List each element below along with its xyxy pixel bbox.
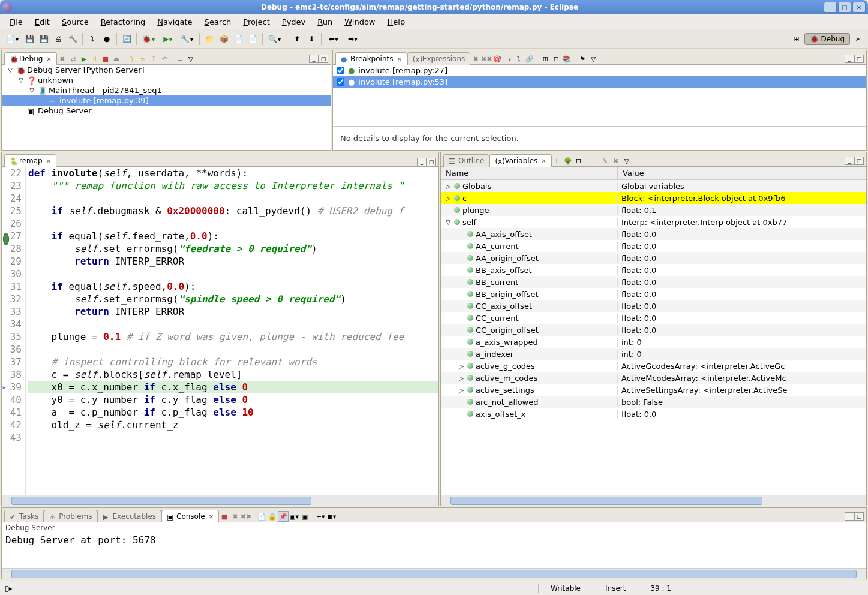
run-button[interactable]: ▶▾: [159, 32, 177, 46]
new-class-button[interactable]: 📄: [246, 32, 259, 46]
search-button[interactable]: 🔍▾: [266, 32, 284, 46]
menu-search[interactable]: Search: [200, 16, 236, 28]
connect-button[interactable]: ⇄: [68, 53, 79, 64]
close-icon[interactable]: ✕: [209, 513, 214, 520]
close-icon[interactable]: ✕: [46, 56, 51, 62]
var-row[interactable]: ▽selfInterp: <interpreter.Interp object …: [441, 216, 866, 228]
breakpoint-row[interactable]: ●involute [remap.py:53]: [333, 76, 866, 88]
step-into-button[interactable]: ⤵: [127, 53, 137, 64]
var-row[interactable]: BB_currentfloat: 0.0: [441, 276, 866, 288]
menu-window[interactable]: Window: [340, 16, 380, 28]
var-row[interactable]: CC_currentfloat: 0.0: [441, 312, 866, 324]
close-icon[interactable]: ✕: [397, 56, 401, 62]
new-button[interactable]: 📄▾: [4, 32, 22, 46]
var-row[interactable]: AA_origin_offsetfloat: 0.0: [441, 252, 866, 264]
var-row[interactable]: BB_origin_offsetfloat: 0.0: [441, 288, 866, 300]
menu-refactoring[interactable]: Refactoring: [96, 16, 151, 28]
tab-expressions[interactable]: (x) Expressions: [407, 52, 470, 65]
tab-console[interactable]: ▣ Console ✕: [161, 510, 219, 522]
more-perspective-button[interactable]: »: [851, 32, 864, 46]
var-row[interactable]: axis_offset_xfloat: 0.0: [441, 408, 866, 420]
debug-tree-row[interactable]: ▣Debug Server: [2, 106, 331, 116]
minimize-view-button[interactable]: _: [845, 55, 854, 63]
bp-menu-button[interactable]: ▽: [588, 53, 599, 64]
tab-problems[interactable]: ⚠ Problems: [44, 510, 97, 522]
menu-pydev[interactable]: Pydev: [277, 16, 310, 28]
var-row[interactable]: ▷GlobalsGlobal variables: [441, 180, 866, 192]
var-row[interactable]: CC_axis_offsetfloat: 0.0: [441, 300, 866, 312]
show-logical-button[interactable]: 🌳: [563, 155, 573, 166]
remove-terminated-button[interactable]: ✖: [57, 53, 68, 64]
resume-button[interactable]: ▶: [79, 53, 89, 64]
fwd-button[interactable]: ➡▾: [344, 32, 362, 46]
var-row[interactable]: ▷active_settingsActiveSettingsArray: <in…: [441, 384, 866, 396]
close-icon[interactable]: ✕: [46, 158, 51, 164]
new-folder-button[interactable]: 📁: [203, 32, 216, 46]
bp-checkbox[interactable]: [337, 78, 344, 86]
debug-menu-button[interactable]: ▽: [185, 53, 196, 64]
debug-tree[interactable]: ▽🐞Debug Server [Python Server]▽❓unknown▽…: [2, 65, 331, 150]
save-button[interactable]: 💾: [23, 32, 36, 46]
var-row[interactable]: AA_currentfloat: 0.0: [441, 240, 866, 252]
editor-hscrollbar[interactable]: [2, 495, 438, 506]
var-row[interactable]: a_axis_wrappedint: 0: [441, 336, 866, 348]
code-editor[interactable]: 222324252627282930313233343536373839➤404…: [2, 167, 438, 495]
scroll-lock-button[interactable]: 🔒: [267, 511, 278, 522]
build-button[interactable]: 🔨: [66, 32, 79, 46]
close-button[interactable]: ✕: [852, 2, 866, 13]
pin-console-button[interactable]: 📌: [278, 511, 289, 522]
vars-menu-button[interactable]: ▽: [621, 155, 632, 166]
var-row[interactable]: ▷active_g_codesActiveGcodesArray: <inter…: [441, 360, 866, 372]
menu-source[interactable]: Source: [57, 16, 94, 28]
collapse-all-button[interactable]: ⊟: [551, 53, 561, 64]
edit-var-button[interactable]: ✎: [600, 155, 611, 166]
menu-edit[interactable]: Edit: [30, 16, 55, 28]
debug-tree-row[interactable]: ▽🧵MainThread - pid27841_seq1: [2, 85, 331, 95]
bp-workingset-button[interactable]: ⚑: [577, 53, 588, 64]
save-all-button[interactable]: 💾: [37, 32, 50, 46]
toggle-bp-button[interactable]: ●: [100, 32, 113, 46]
var-row[interactable]: ▷cBlock: <interpreter.Block object at 0x…: [441, 192, 866, 204]
clear-console-button[interactable]: 📄: [256, 511, 267, 522]
var-row[interactable]: plungefloat: 0.1: [441, 204, 866, 216]
terminate-console-button[interactable]: ■: [219, 511, 230, 522]
tab-breakpoints[interactable]: ● Breakpoints ✕: [335, 52, 407, 65]
vars-hscrollbar[interactable]: [441, 495, 866, 506]
tab-editor-remap[interactable]: 🐍 remap ✕: [4, 154, 56, 167]
debug-tree-row[interactable]: ▽❓unknown: [2, 75, 331, 85]
group-by-button[interactable]: 📚: [561, 53, 572, 64]
next-annot-button[interactable]: ⬇: [305, 32, 318, 46]
tab-debug[interactable]: 🐞 Debug ✕: [4, 52, 57, 65]
remove-launch-button[interactable]: ✖: [230, 511, 241, 522]
menu-file[interactable]: File: [5, 16, 28, 28]
remove-all-launch-button[interactable]: ✖✖: [241, 511, 251, 522]
console-output[interactable]: Debug Server at port: 5678: [2, 533, 866, 568]
console-hscrollbar[interactable]: [2, 568, 866, 579]
var-row[interactable]: arc_not_allowedbool: False: [441, 396, 866, 408]
prev-annot-button[interactable]: ⬆: [290, 32, 304, 46]
step-over-button[interactable]: ⤼: [137, 53, 148, 64]
col-name[interactable]: Name: [441, 167, 618, 179]
terminate-button[interactable]: ■: [100, 53, 111, 64]
minimize-view-button[interactable]: _: [417, 158, 427, 166]
open-perspective-button[interactable]: ⊞: [790, 32, 803, 46]
remove-var-button[interactable]: ✖: [611, 155, 621, 166]
menu-help[interactable]: Help: [383, 16, 410, 28]
expand-all-button[interactable]: ⊞: [540, 53, 551, 64]
show-type-button[interactable]: t: [552, 155, 563, 166]
drop-frame-button[interactable]: ↶: [159, 53, 170, 64]
term-process-button[interactable]: ⏹▾: [326, 511, 337, 522]
new-pkg-button[interactable]: 📦: [217, 32, 230, 46]
new-module-button[interactable]: 📄: [232, 32, 245, 46]
minimize-view-button[interactable]: _: [845, 157, 854, 165]
remove-all-bp-button[interactable]: ✖✖: [481, 53, 492, 64]
maximize-view-button[interactable]: □: [854, 157, 864, 165]
minimize-view-button[interactable]: _: [845, 512, 854, 521]
maximize-view-button[interactable]: □: [854, 55, 864, 63]
tab-executables[interactable]: ▶ Executables: [97, 510, 161, 522]
debug-button[interactable]: 🐞▾: [140, 32, 158, 46]
back-button[interactable]: ⬅▾: [325, 32, 343, 46]
debug-tree-row[interactable]: ≡involute [remap.py:39]: [2, 95, 331, 106]
var-row[interactable]: AA_axis_offsetfloat: 0.0: [441, 228, 866, 240]
minimize-view-button[interactable]: _: [309, 55, 319, 63]
